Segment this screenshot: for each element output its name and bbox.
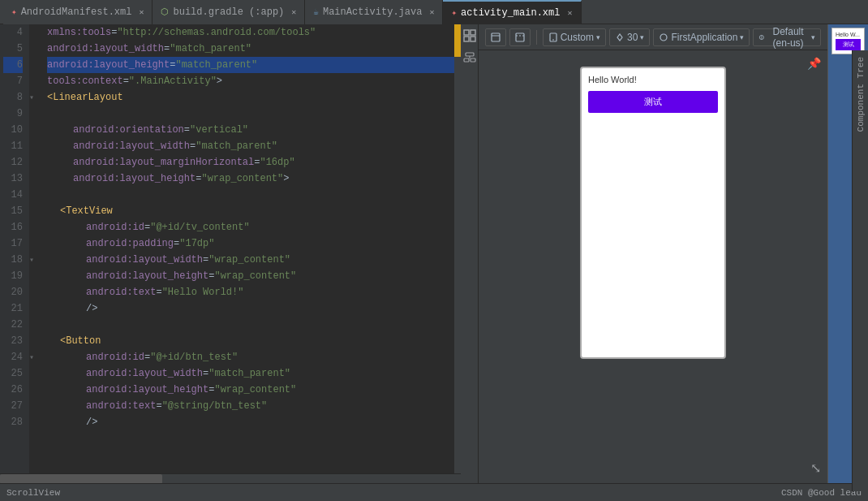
editor-content: 4 5 6 7 8 9 10 11 12 13 14 15 16 17 18 1… <box>0 24 461 473</box>
preview-hello-text: Hello World! <box>588 75 718 84</box>
preview-button: 测试 <box>588 91 718 113</box>
tab-activitymain[interactable]: ✦ activity_main.xml ✕ <box>443 0 581 24</box>
component-tree-sidebar[interactable]: Component Tree <box>852 50 868 491</box>
custom-chevron: ▾ <box>596 33 600 41</box>
scroll-thumb[interactable] <box>454 24 461 57</box>
palette-icon[interactable] <box>462 28 478 47</box>
locale-icon <box>758 32 765 42</box>
svg-rect-3 <box>471 37 475 41</box>
svg-point-14 <box>660 34 667 41</box>
toolbar-sep-1 <box>536 30 537 45</box>
svg-rect-6 <box>464 58 469 62</box>
tab-androidmanifest[interactable]: ✦ AndroidManifest.xml ✕ <box>3 0 153 24</box>
tab-close-androidmanifest[interactable]: ✕ <box>139 7 144 17</box>
line-numbers: 4 5 6 7 8 9 10 11 12 13 14 15 16 17 18 1… <box>0 24 29 473</box>
tab-bar: ✦ AndroidManifest.xml ✕ ⬡ build.gradle (… <box>0 0 868 24</box>
app-chevron: ▾ <box>740 33 744 41</box>
code-line-14 <box>47 187 454 203</box>
resize-handle[interactable]: ⤡ <box>810 460 821 477</box>
fold-arrow-23[interactable]: ▾ <box>29 349 41 365</box>
tab-mainactivity[interactable]: ☕ MainActivity.java ✕ <box>305 0 443 24</box>
code-line-24: android:id="@+id/btn_test" <box>47 349 454 365</box>
svg-rect-8 <box>492 33 500 41</box>
locale-label: Default (en-us) <box>767 26 809 49</box>
blueprint-btn[interactable] <box>509 28 531 46</box>
palette-panel <box>461 24 479 483</box>
phone-preview: Hello World! 测试 <box>580 67 726 359</box>
code-line-10: android:orientation="vertical" <box>47 122 454 138</box>
api-chevron: ▾ <box>640 33 644 41</box>
code-line-5: android:layout_width="match_parent" <box>47 41 454 57</box>
code-line-27: android:text="@string/btn_test" <box>47 398 454 414</box>
status-right: CSDN @Good lead <box>781 488 862 498</box>
device-icon <box>548 32 558 42</box>
app-label: FirstApplication <box>671 32 737 43</box>
design-toolbar: Custom ▾ 30 ▾ FirstApplication ▾ Default… <box>479 24 827 50</box>
fold-arrow-8[interactable]: ▾ <box>29 89 41 106</box>
code-line-13: android:layout_height="wrap_content"> <box>47 171 454 187</box>
component-tree-label: Component Tree <box>856 50 866 138</box>
secondary-hello: Hello W... <box>836 32 861 37</box>
code-line-7: tools:context=".MainActivity"> <box>47 73 454 89</box>
svg-rect-4 <box>466 53 474 56</box>
fold-arrow-15[interactable]: ▾ <box>29 252 41 268</box>
code-line-20: android:text="Hello World!" <box>47 284 454 300</box>
locale-btn[interactable]: Default (en-us) ▾ <box>753 28 821 46</box>
app-theme-btn[interactable]: FirstApplication ▾ <box>653 28 750 46</box>
horizontal-scroll-thumb[interactable] <box>0 474 162 483</box>
api-label: 30 <box>627 32 638 43</box>
code-line-26: android:layout_height="wrap_content" <box>47 382 454 398</box>
code-line-17: android:padding="17dp" <box>47 235 454 252</box>
code-line-19: android:layout_height="wrap_content" <box>47 268 454 284</box>
tab-close-activitymain[interactable]: ✕ <box>567 8 572 18</box>
secondary-btn: 测试 <box>836 39 861 50</box>
api-icon <box>615 32 625 42</box>
blueprint-icon <box>515 32 525 42</box>
theme-icon <box>659 32 668 42</box>
svg-rect-0 <box>464 30 469 35</box>
tab-close-mainactivity[interactable]: ✕ <box>429 7 434 17</box>
code-line-21: /> <box>47 300 454 317</box>
code-line-25: android:layout_width="match_parent" <box>47 365 454 382</box>
fold-column: ▾ ▾ ▾ <box>29 24 41 473</box>
custom-label: Custom <box>561 32 594 43</box>
svg-rect-7 <box>471 58 475 62</box>
design-icon <box>491 32 501 42</box>
tab-buildgradle[interactable]: ⬡ build.gradle (:app) ✕ <box>153 0 305 24</box>
code-editor[interactable]: xmlns:tools="http://schemas.android.com/… <box>41 24 454 473</box>
component-tree-icon[interactable] <box>462 50 478 70</box>
svg-rect-1 <box>471 30 475 35</box>
pin-icon[interactable]: 📌 <box>807 57 821 71</box>
api-level-btn[interactable]: 30 ▾ <box>609 28 650 46</box>
java-icon: ☕ <box>313 6 319 17</box>
code-line-9 <box>47 106 454 122</box>
xml-active-icon: ✦ <box>451 7 457 18</box>
code-line-15: <TextView <box>47 203 454 219</box>
gradle-icon: ⬡ <box>161 6 169 17</box>
right-panel: Custom ▾ 30 ▾ FirstApplication ▾ Default… <box>479 24 827 483</box>
code-line-28: /> <box>47 414 454 430</box>
custom-device-btn[interactable]: Custom ▾ <box>543 28 606 46</box>
main-layout: 4 5 6 7 8 9 10 11 12 13 14 15 16 17 18 1… <box>0 24 868 483</box>
xml-icon: ✦ <box>11 6 17 17</box>
locale-chevron: ▾ <box>811 33 815 41</box>
design-mode-btn[interactable] <box>485 28 506 46</box>
code-line-16: android:id="@+id/tv_content" <box>47 219 454 235</box>
editor-container: 4 5 6 7 8 9 10 11 12 13 14 15 16 17 18 1… <box>0 24 461 483</box>
code-line-23: <Button <box>47 333 454 349</box>
code-line-12: android:layout_marginHorizontal="16dp" <box>47 154 454 171</box>
code-line-18: android:layout_width="wrap_content" <box>47 252 454 268</box>
status-left: ScrollView <box>6 488 60 498</box>
code-line-6: android:layout_height="match_parent" <box>47 57 454 73</box>
status-bar: ScrollView CSDN @Good lead <box>0 483 868 501</box>
code-line-22 <box>47 317 454 333</box>
code-line-4: xmlns:tools="http://schemas.android.com/… <box>47 24 454 41</box>
tab-close-buildgradle[interactable]: ✕ <box>291 7 296 17</box>
scroll-indicator <box>454 24 461 473</box>
preview-content: 📌 Hello World! 测试 ⤡ <box>479 50 827 483</box>
horizontal-scroll[interactable] <box>0 473 461 483</box>
code-line-8: <LinearLayout <box>47 89 454 106</box>
svg-rect-2 <box>464 37 469 41</box>
code-line-11: android:layout_width="match_parent" <box>47 138 454 154</box>
svg-rect-10 <box>516 33 524 41</box>
